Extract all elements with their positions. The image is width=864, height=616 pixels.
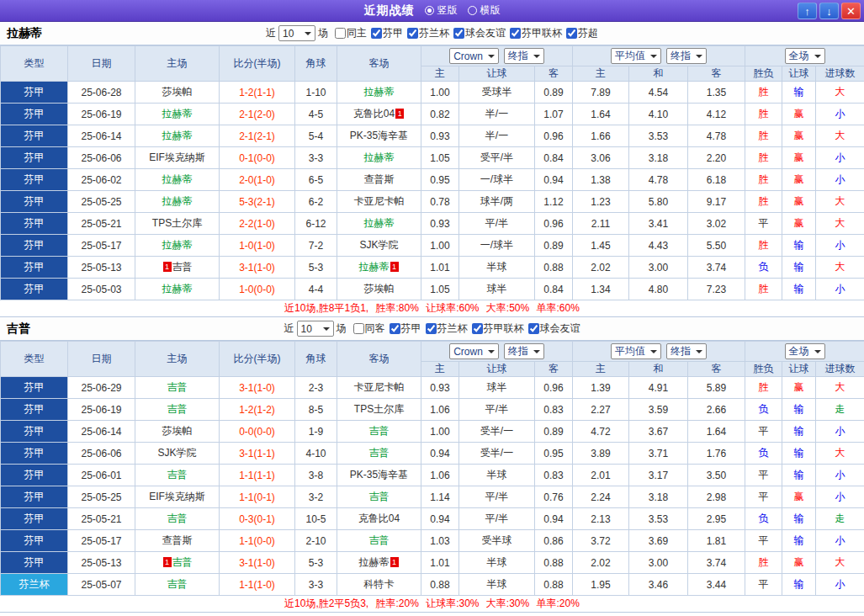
team-link[interactable]: 吉普 [167, 403, 188, 415]
team-link[interactable]: 拉赫蒂 [162, 239, 193, 251]
bookmaker-select[interactable]: Crown [449, 48, 499, 64]
filter-checkbox[interactable] [453, 28, 464, 39]
team-link[interactable]: 科特卡 [364, 578, 395, 590]
filter-checkbox[interactable] [353, 323, 364, 334]
team-link[interactable]: EIF埃克纳斯 [149, 151, 205, 163]
team-link[interactable]: 吉普 [167, 381, 188, 393]
col-goals-result: 进球数 [816, 66, 864, 82]
filter-option-1[interactable]: 芬甲 [367, 26, 403, 40]
home-team-cell: 拉赫蒂 [135, 104, 220, 125]
filter-option-2[interactable]: 芬兰杯 [421, 321, 468, 336]
filter-option-0[interactable]: 同客 [349, 321, 385, 336]
col-euro-away: 客 [688, 66, 745, 82]
final-odds-select-euro[interactable]: 终指 [666, 48, 707, 64]
team-link[interactable]: 吉普 [167, 512, 188, 524]
full-match-select[interactable]: 全场 [785, 343, 825, 359]
filter-option-2[interactable]: 芬兰杯 [403, 26, 449, 40]
team-link[interactable]: 查普斯 [364, 173, 395, 185]
team-link[interactable]: 拉赫蒂 [162, 130, 193, 141]
filter-checkbox[interactable] [510, 28, 521, 39]
filter-option-1[interactable]: 芬甲 [385, 321, 421, 336]
team-link[interactable]: 莎埃帕 [162, 425, 193, 437]
team-link[interactable]: 吉普 [369, 447, 390, 459]
team-link[interactable]: PK-35海辛基 [350, 130, 408, 141]
asian-handicap-cell: 球半/两 [459, 191, 535, 213]
recent-count-select[interactable]: 10 [278, 25, 315, 41]
team-link[interactable]: SJK学院 [157, 447, 196, 459]
team-link[interactable]: 拉赫蒂 [364, 217, 395, 229]
team-link[interactable]: 吉普 [369, 534, 390, 546]
filter-option-0[interactable]: 同主 [331, 26, 367, 40]
radio-vertical-label: 竖版 [437, 3, 458, 18]
filter-option-5[interactable]: 芬超 [562, 26, 598, 40]
close-button[interactable]: ✕ [841, 3, 861, 19]
filter-option-label: 球会友谊 [540, 321, 580, 336]
team-link[interactable]: 吉普 [167, 578, 188, 590]
corners-cell: 4-4 [295, 279, 337, 300]
filter-checkbox[interactable] [335, 28, 346, 39]
radio-vertical-layout[interactable]: 竖版 [425, 3, 458, 18]
team-link[interactable]: PK-35海辛基 [350, 469, 408, 481]
team-link[interactable]: 吉普 [369, 425, 390, 437]
corners-cell: 6-5 [295, 169, 337, 191]
average-select[interactable]: 平均值 [611, 343, 661, 359]
filter-checkbox[interactable] [390, 323, 400, 334]
table-row: 芬甲25-05-21TPS土尔库2-2(1-0)6-12拉赫蒂0.93平/半0.… [1, 213, 864, 235]
filter-option-4[interactable]: 球会友谊 [524, 321, 580, 336]
goals-result-cell: 小 [816, 530, 864, 552]
filter-checkbox[interactable] [371, 28, 382, 39]
filter-option-3[interactable]: 芬甲联杯 [468, 321, 524, 336]
team-link[interactable]: TPS土尔库 [354, 403, 404, 415]
team-link[interactable]: 拉赫蒂 [364, 151, 395, 163]
team-link[interactable]: 莎埃帕 [364, 283, 395, 295]
team-link[interactable]: 莎埃帕 [162, 86, 193, 98]
team-link[interactable]: 吉普 [172, 261, 193, 273]
table-row: 芬甲25-06-29吉普3-1(1-0)2-3卡亚尼卡帕0.93球半0.961.… [1, 377, 864, 399]
average-select[interactable]: 平均值 [611, 48, 661, 64]
col-away: 客场 [337, 342, 421, 377]
team-link[interactable]: 拉赫蒂 [162, 173, 193, 185]
filter-option-4[interactable]: 芬甲联杯 [506, 26, 562, 40]
team-link[interactable]: 卡亚尼卡帕 [354, 195, 405, 207]
asian-home-odds-cell: 1.03 [421, 530, 459, 552]
scroll-down-button[interactable]: ↓ [819, 3, 839, 19]
team-link[interactable]: 吉普 [369, 491, 390, 502]
team-link[interactable]: 拉赫蒂 [162, 195, 193, 207]
team-link[interactable]: TPS土尔库 [152, 217, 202, 229]
filter-checkbox[interactable] [528, 323, 539, 334]
asian-home-odds-cell: 1.01 [421, 257, 459, 279]
radio-horizontal-layout[interactable]: 横版 [468, 3, 501, 18]
team-link[interactable]: 拉赫蒂 [359, 261, 390, 273]
score-cell: 1-0(1-0) [220, 235, 295, 257]
asian-handicap-cell: 平/半 [459, 399, 535, 421]
bookmaker-select[interactable]: Crown [449, 343, 499, 359]
scroll-up-button[interactable]: ↑ [798, 3, 817, 19]
final-odds-select-asian[interactable]: 终指 [504, 343, 544, 359]
team-link[interactable]: 拉赫蒂 [162, 108, 193, 119]
team-link[interactable]: 拉赫蒂 [359, 556, 390, 568]
team-section: 吉普 近 10 场 同客芬甲芬兰杯芬甲联杯球会友谊 类 [0, 317, 864, 613]
away-team-cell: 卡亚尼卡帕 [337, 377, 421, 399]
team-link[interactable]: EIF埃克纳斯 [149, 491, 205, 502]
euro-home-odds-cell: 2.11 [573, 213, 629, 235]
final-odds-select-euro[interactable]: 终指 [666, 343, 707, 359]
team-link[interactable]: 吉普 [167, 469, 188, 481]
filter-checkbox[interactable] [472, 323, 483, 334]
team-link[interactable]: 查普斯 [162, 534, 193, 546]
final-odds-select-asian[interactable]: 终指 [504, 48, 544, 64]
filter-option-3[interactable]: 球会友谊 [449, 26, 506, 40]
handicap-result-cell: 输 [782, 279, 816, 300]
filter-checkbox[interactable] [426, 323, 437, 334]
team-link[interactable]: 拉赫蒂 [162, 283, 193, 295]
filter-checkbox[interactable] [566, 28, 577, 39]
team-link[interactable]: 拉赫蒂 [364, 86, 395, 98]
full-match-select[interactable]: 全场 [785, 48, 825, 64]
team-link[interactable]: 克鲁比04 [358, 512, 400, 524]
filter-checkbox[interactable] [407, 28, 418, 39]
team-link[interactable]: 克鲁比04 [353, 108, 395, 119]
team-link[interactable]: 卡亚尼卡帕 [354, 381, 405, 393]
recent-count-select[interactable]: 10 [297, 321, 334, 337]
team-link[interactable]: 吉普 [172, 556, 193, 568]
team-link[interactable]: SJK学院 [359, 239, 398, 251]
goals-result-cell: 大 [816, 82, 864, 104]
